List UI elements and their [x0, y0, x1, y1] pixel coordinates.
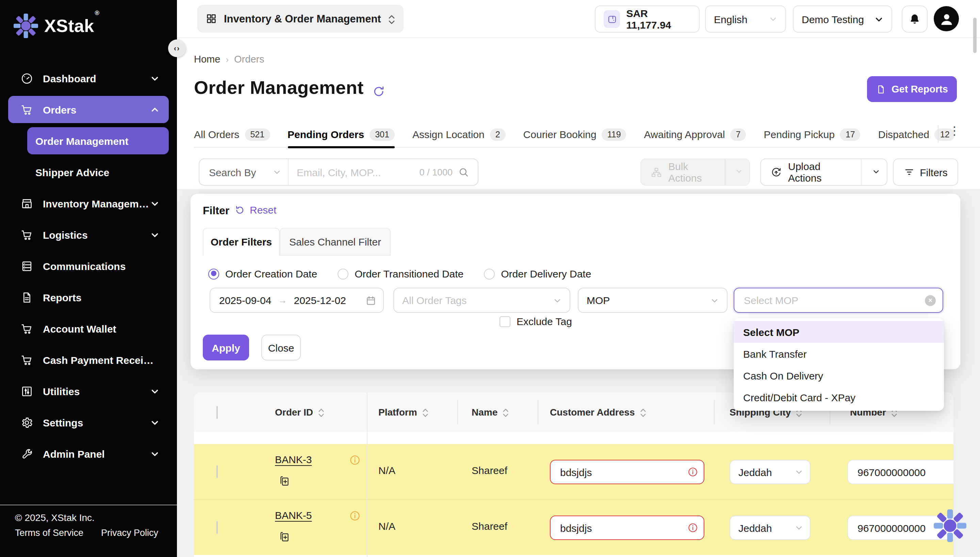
upload-actions-button[interactable]: Upload Actions	[760, 158, 887, 186]
scrollbar-thumb[interactable]	[973, 18, 977, 53]
select-mop-input[interactable]	[743, 294, 925, 307]
sidebar-item-orders[interactable]: Orders	[8, 96, 169, 123]
wallet-balance[interactable]: SAR 11,177.94	[595, 5, 700, 33]
platform-value: N/A	[378, 520, 395, 532]
row-checkbox[interactable]	[216, 522, 218, 534]
sidebar-item-inventory-management[interactable]: Inventory Manageme...	[8, 190, 169, 217]
sidebar-item-cash-payment-receipt[interactable]: Cash Payment Receipt ...	[8, 346, 169, 373]
chevron-down-icon[interactable]	[873, 168, 880, 176]
reset-icon	[234, 204, 245, 215]
more-tabs-button[interactable]: ⋮	[949, 124, 960, 138]
sort-icon[interactable]	[422, 407, 429, 417]
chevron-down-icon[interactable]	[736, 168, 743, 176]
sort-icon[interactable]	[502, 407, 509, 417]
sort-icon[interactable]	[640, 407, 647, 417]
tab-assign-location[interactable]: Assign Location2	[412, 121, 506, 148]
sidebar-item-order-management[interactable]: Order Management	[27, 127, 169, 155]
tab-pending-orders[interactable]: Pending Orders301	[287, 121, 395, 148]
refresh-icon[interactable]	[372, 85, 385, 98]
breadcrumb: Home › Orders	[194, 54, 265, 65]
mop-field-select[interactable]: MOP	[578, 288, 727, 313]
language-selector[interactable]: English	[705, 5, 786, 33]
sort-icon[interactable]	[318, 407, 325, 417]
order-tags-select[interactable]: All Order Tags	[394, 288, 570, 313]
brand-logo[interactable]: XStak®	[14, 14, 99, 38]
radio-order-creation-date[interactable]: Order Creation Date	[208, 268, 317, 280]
sidebar-item-utilities[interactable]: Utilities	[8, 378, 169, 405]
tab-pending-pickup[interactable]: Pending Pickup17	[764, 121, 860, 148]
get-reports-button[interactable]: Get Reports	[867, 76, 957, 102]
phone-number-field	[847, 460, 954, 484]
duplicate-order-icon[interactable]	[278, 531, 291, 543]
phone-number-input[interactable]	[856, 466, 954, 479]
tab-sales-channel-filter[interactable]: Sales Channel Filter	[280, 228, 390, 256]
date-range-picker[interactable]: 2025-09-04 → 2025-12-02	[210, 288, 384, 313]
breadcrumb-home[interactable]: Home	[194, 54, 220, 65]
select-all-checkbox[interactable]	[216, 407, 218, 419]
chevron-down-icon	[769, 15, 777, 23]
checkbox-icon[interactable]	[500, 316, 510, 327]
tab-all-orders[interactable]: All Orders521	[194, 121, 270, 148]
tab-count-badge: 17	[840, 128, 861, 140]
tab-order-filters[interactable]: Order Filters	[203, 228, 280, 256]
sidebar-collapse-button[interactable]: ‹›	[168, 39, 186, 57]
topbar: Inventory & Order Management SAR 11,177.…	[177, 0, 980, 38]
sidebar-item-reports[interactable]: Reports	[8, 283, 169, 311]
column-header-platform[interactable]: Platform	[378, 393, 429, 432]
apply-button[interactable]: Apply	[203, 335, 249, 360]
customer-address-input[interactable]	[559, 466, 683, 479]
error-info-icon[interactable]	[688, 467, 698, 477]
column-header-customer-address[interactable]: Customer Address	[550, 393, 647, 432]
duplicate-order-icon[interactable]	[278, 475, 291, 487]
exclude-tag-checkbox-row[interactable]: Exclude Tag	[500, 316, 572, 327]
filters-button[interactable]: Filters	[893, 158, 958, 186]
search-icon[interactable]	[458, 166, 470, 178]
mop-option-select-mop[interactable]: Select MOP	[733, 321, 944, 343]
sidebar-item-communications[interactable]: Communications	[8, 252, 169, 280]
sidebar-item-admin-panel[interactable]: Admin Panel	[8, 440, 169, 467]
sidebar-item-shipper-advice[interactable]: Shipper Advice	[27, 158, 169, 186]
error-info-icon[interactable]	[688, 522, 698, 533]
bell-icon	[908, 13, 921, 25]
sitemap-icon	[651, 166, 662, 178]
shipping-city-select[interactable]: Jeddah	[730, 516, 810, 540]
order-id-link[interactable]: BANK-5	[275, 510, 312, 521]
radio-order-delivery-date[interactable]: Order Delivery Date	[484, 268, 591, 280]
date-to-value[interactable]: 2025-12-02	[294, 295, 346, 306]
account-selector[interactable]: Demo Testing	[793, 5, 892, 33]
column-header-name[interactable]: Name	[472, 393, 509, 432]
search-by-select[interactable]: Search By	[199, 159, 289, 185]
privacy-link[interactable]: Privacy Policy	[101, 528, 158, 538]
breadcrumb-separator: ›	[225, 54, 229, 64]
workspace-selector[interactable]: Inventory & Order Management	[198, 5, 403, 33]
date-from-value[interactable]: 2025-09-04	[219, 295, 271, 306]
user-avatar[interactable]	[934, 6, 959, 31]
order-id-link[interactable]: BANK-3	[275, 454, 312, 465]
close-button[interactable]: Close	[261, 335, 301, 360]
sidebar-item-settings[interactable]: Settings	[8, 409, 169, 436]
warning-info-icon[interactable]	[349, 454, 361, 466]
clear-icon[interactable]: ×	[925, 295, 936, 306]
notifications-button[interactable]	[902, 5, 928, 33]
row-checkbox[interactable]	[216, 466, 218, 478]
search-input[interactable]	[289, 166, 419, 178]
mop-option-cash-on-delivery[interactable]: Cash On Delivery	[733, 365, 944, 386]
tab-awaiting-approval[interactable]: Awaiting Approval7	[644, 121, 746, 148]
tab-dispatched[interactable]: Dispatched12	[878, 121, 955, 148]
column-header-order-id[interactable]: Order ID	[275, 393, 325, 432]
sidebar-item-account-wallet[interactable]: Account Wallet	[8, 315, 169, 342]
radio-order-transitioned-date[interactable]: Order Transitioned Date	[338, 268, 464, 280]
sidebar-item-logistics[interactable]: Logistics	[8, 221, 169, 248]
warning-info-icon[interactable]	[349, 510, 361, 522]
mop-option-credit-debit-card[interactable]: Credit/Debit Card - XPay	[733, 386, 944, 408]
shipping-city-select[interactable]: Jeddah	[730, 460, 810, 484]
tab-courier-booking[interactable]: Courier Booking119	[523, 121, 626, 148]
chevron-down-icon	[874, 15, 884, 23]
mop-option-bank-transfer[interactable]: Bank Transfer	[733, 343, 944, 365]
terms-link[interactable]: Terms of Service	[15, 528, 83, 538]
reset-filters-button[interactable]: Reset	[234, 204, 276, 216]
customer-address-input[interactable]	[559, 521, 683, 534]
person-icon	[938, 10, 955, 28]
tab-count-badge: 301	[369, 128, 395, 140]
sidebar-item-dashboard[interactable]: Dashboard	[8, 65, 169, 92]
